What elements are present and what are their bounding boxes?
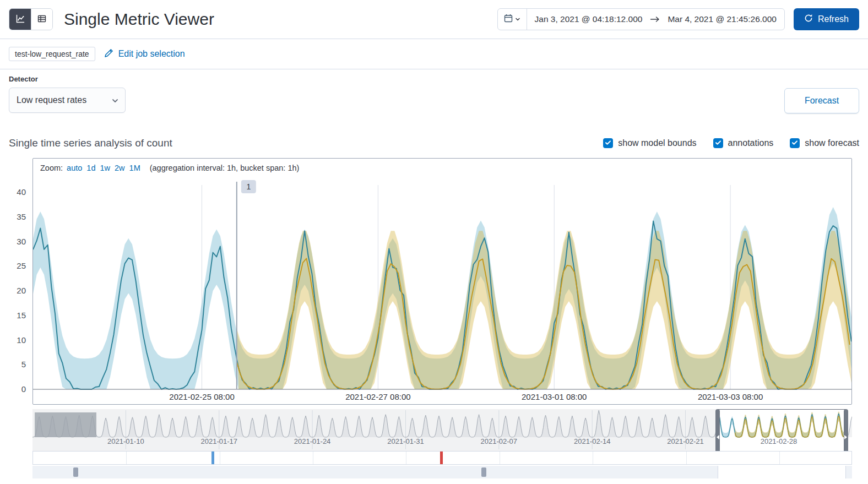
checkbox-label: annotations — [728, 138, 774, 148]
aggregation-note: (aggregation interval: 1h, bucket span: … — [150, 164, 300, 172]
zoom-controls: Zoom: auto1d1w2w1M (aggregation interval… — [33, 159, 851, 177]
checked-checkbox[interactable] — [713, 138, 723, 148]
lane-separator — [220, 452, 220, 464]
view-toggle-group — [9, 8, 53, 30]
zoom-links: auto1d1w2w1M — [67, 164, 140, 172]
x-axis-label: 2021-02-25 08:00 — [169, 392, 234, 401]
y-axis-label: 0 — [0, 384, 26, 394]
main-time-series-chart[interactable]: 12021-02-25 08:002021-02-27 08:002021-03… — [33, 177, 851, 404]
edit-job-selection-link[interactable]: Edit job selection — [104, 48, 185, 60]
pencil-icon — [104, 48, 113, 60]
zoom-link-1M[interactable]: 1M — [129, 164, 140, 172]
checkbox-show-model-bounds[interactable]: show model bounds — [603, 138, 696, 148]
arrow-right-icon — [844, 435, 847, 439]
calendar-icon — [504, 14, 513, 25]
lane-separator — [779, 452, 780, 464]
lane-separator — [126, 452, 127, 464]
annotation-lane — [32, 451, 852, 465]
arrow-left-icon — [717, 435, 719, 439]
overview-scrollbar-lane — [32, 465, 852, 478]
overview-marker — [73, 467, 78, 477]
quick-select-button[interactable] — [498, 9, 527, 30]
annotation-badge-label: 1 — [246, 182, 251, 191]
series-title: Single time series analysis of count — [9, 137, 172, 149]
refresh-label: Refresh — [818, 14, 849, 24]
table-view-button[interactable] — [31, 9, 52, 30]
forecast-button[interactable]: Forecast — [784, 88, 859, 113]
y-axis-label: 10 — [0, 335, 26, 345]
lane-separator — [406, 452, 406, 464]
chevron-down-icon — [515, 14, 520, 24]
check-icon — [605, 138, 611, 148]
checked-checkbox[interactable] — [790, 138, 800, 148]
y-axis-label: 20 — [0, 286, 26, 295]
chart-options: show model bounds annotations show forec… — [603, 138, 859, 148]
job-badge: test-low_request_rate — [9, 47, 95, 61]
page-title: Single Metric Viewer — [64, 10, 214, 29]
checkbox-show-forecast[interactable]: show forecast — [790, 138, 859, 148]
x-axis-label: 2021-02-27 08:00 — [345, 392, 410, 401]
lane-separator — [313, 452, 313, 464]
date-range-start[interactable]: Jan 3, 2021 @ 04:18:12.000 — [527, 14, 650, 24]
series-header: Single time series analysis of count sho… — [0, 123, 868, 158]
line-chart-icon — [16, 14, 25, 25]
checkbox-label: show model bounds — [618, 138, 696, 148]
lane-separator — [500, 452, 500, 464]
arrow-right-icon — [650, 16, 660, 23]
lane-separator — [686, 452, 687, 464]
chevron-down-icon — [111, 97, 119, 107]
checked-checkbox[interactable] — [603, 138, 613, 148]
x-axis-label: 2021-03-01 08:00 — [522, 392, 587, 401]
y-axis-label: 5 — [0, 360, 26, 369]
y-axis-label: 30 — [0, 237, 26, 246]
refresh-icon — [804, 14, 813, 25]
table-icon — [37, 14, 46, 25]
y-axis-label: 25 — [0, 261, 26, 270]
detector-label: Detector — [9, 75, 859, 83]
zoom-link-1w[interactable]: 1w — [100, 164, 110, 172]
time-series-viewer: 0510152025303540 Zoom: auto1d1w2w1M (agg… — [0, 158, 868, 478]
detector-select[interactable]: Low request rates — [9, 88, 126, 113]
detector-selected-option: Low request rates — [17, 95, 86, 105]
zoom-link-1d[interactable]: 1d — [86, 164, 95, 172]
annotation-marker[interactable] — [211, 452, 214, 464]
job-selection-bar: test-low_request_rate Edit job selection — [0, 39, 868, 69]
y-axis-label: 40 — [0, 187, 26, 197]
checkbox-label: show forecast — [805, 138, 859, 148]
checkbox-annotations[interactable]: annotations — [713, 138, 774, 148]
refresh-button[interactable]: Refresh — [794, 8, 859, 30]
chart-view-button[interactable] — [9, 9, 31, 30]
super-date-picker: Jan 3, 2021 @ 04:18:12.000 Mar 4, 2021 @… — [497, 8, 785, 30]
edit-job-selection-label: Edit job selection — [118, 49, 185, 59]
check-icon — [791, 138, 798, 148]
scrollbar-selection-region — [718, 466, 846, 478]
date-range-end[interactable]: Mar 4, 2021 @ 21:45:26.000 — [660, 14, 784, 24]
zoom-link-2w[interactable]: 2w — [115, 164, 125, 172]
detector-row: Detector Low request rates Forecast — [0, 69, 868, 123]
forecast-bounds-band — [237, 231, 851, 389]
y-axis-label: 35 — [0, 212, 26, 221]
annotation-marker[interactable] — [440, 452, 443, 464]
x-axis-label: 2021-03-03 08:00 — [698, 392, 763, 401]
main-chart-panel: Zoom: auto1d1w2w1M (aggregation interval… — [32, 158, 852, 405]
y-axis-label: 15 — [0, 311, 26, 320]
lane-separator — [593, 452, 593, 464]
app-header: Single Metric Viewer Jan 3, 2021 @ 04:18… — [0, 0, 868, 39]
zoom-link-auto[interactable]: auto — [67, 164, 82, 172]
check-icon — [715, 138, 721, 148]
zoom-label: Zoom: — [40, 164, 63, 172]
overview-marker — [481, 467, 486, 477]
